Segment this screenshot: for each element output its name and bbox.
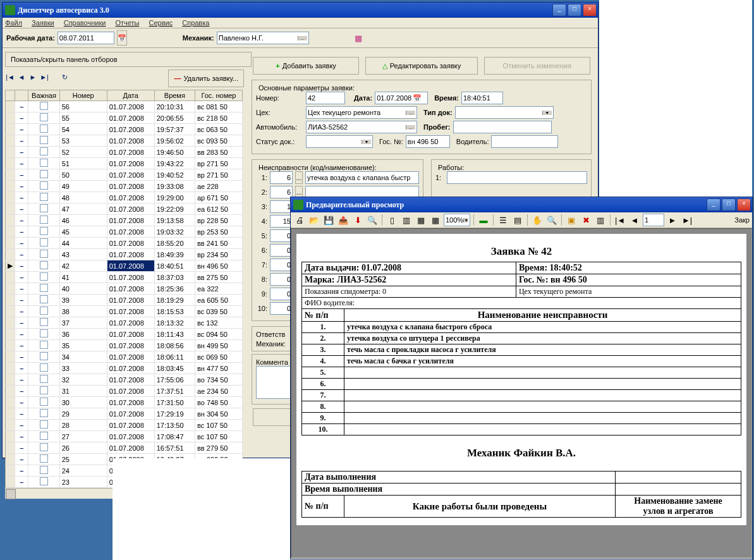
- pdf-icon[interactable]: ⬇: [351, 214, 364, 226]
- menu-help[interactable]: Справка: [182, 19, 209, 27]
- menu-refs[interactable]: Справочники: [64, 19, 106, 27]
- open-icon[interactable]: 📂: [308, 214, 320, 226]
- table-row[interactable]: –4401.07.200818:55:20вв 241 50: [6, 238, 243, 249]
- table-row[interactable]: –5201.07.200819:46:50вв 283 50: [6, 147, 243, 158]
- refresh-icon[interactable]: ↻: [59, 73, 70, 83]
- preview-viewport[interactable]: Заявка № 42 Дата выдачи: 01.07.2008Время…: [291, 228, 752, 558]
- work-input[interactable]: [447, 171, 587, 184]
- fault-code-input[interactable]: 0: [270, 302, 293, 315]
- col-num[interactable]: Номер: [59, 90, 107, 101]
- close-text-button[interactable]: Закр: [734, 216, 750, 224]
- menu-requests[interactable]: Заявки: [32, 19, 54, 27]
- status-input[interactable]: ▼: [306, 135, 373, 148]
- table-row[interactable]: –3801.07.200818:15:53вс 039 50: [6, 306, 243, 317]
- main-titlebar[interactable]: Диспетчер автосервиса 3.0 _ □ ×: [3, 3, 598, 18]
- nav-first-icon[interactable]: |◄: [614, 214, 626, 226]
- driver-input[interactable]: [491, 135, 558, 148]
- table-row[interactable]: –4501.07.200819:03:32вр 253 50: [6, 226, 243, 238]
- close-button[interactable]: ×: [737, 198, 751, 211]
- menu-service[interactable]: Сервис: [149, 19, 173, 27]
- table-row[interactable]: –3301.07.200818:03:45вн 477 50: [6, 363, 243, 374]
- table-row[interactable]: –5601.07.200820:10:31вс 081 50: [6, 101, 243, 113]
- table-row[interactable]: ▶–4201.07.200818:40:51вн 496 50: [6, 260, 243, 272]
- workdate-input[interactable]: 08.07.2011: [58, 32, 114, 44]
- mechanic-input[interactable]: Павленко Н.Г....: [217, 32, 309, 44]
- edit-request-button[interactable]: △Редактировать заявку: [365, 57, 478, 75]
- gos-input[interactable]: вн 496 50: [406, 135, 450, 148]
- table-row[interactable]: –5401.07.200819:57:37вс 063 50: [6, 124, 243, 135]
- tree-icon[interactable]: ☰: [497, 214, 509, 226]
- fault-code-input[interactable]: 1: [270, 200, 293, 213]
- add-request-button[interactable]: +Добавить заявку: [253, 57, 359, 75]
- table-row[interactable]: –3701.07.200818:13:32вс 132: [6, 317, 243, 329]
- dropdown-icon[interactable]: ▼: [362, 140, 371, 144]
- table-row[interactable]: –3101.07.200817:37:51ае 234 50: [6, 386, 243, 397]
- fault-pick-button[interactable]: ...: [295, 171, 303, 184]
- table-row[interactable]: –3001.07.200817:31:50во 748 50: [6, 397, 243, 408]
- table-row[interactable]: –2701.07.200817:08:47вс 107 50: [6, 431, 243, 442]
- calendar-icon[interactable]: 📅: [117, 30, 127, 46]
- menu-reports[interactable]: Отчеты: [115, 19, 139, 27]
- print-icon[interactable]: 🖨: [293, 214, 306, 226]
- zoom-input[interactable]: 100%▼: [444, 214, 470, 226]
- menu-file[interactable]: Файл: [5, 19, 22, 27]
- delete-request-button[interactable]: —Удалить заявку...: [168, 70, 244, 87]
- settings-icon[interactable]: ▥: [594, 214, 607, 226]
- car-input[interactable]: ЛИАЗ-52562...: [306, 121, 417, 133]
- fault-code-input[interactable]: 15: [270, 215, 293, 228]
- date-input[interactable]: 01.07.2008📅: [375, 92, 428, 104]
- thumb-icon[interactable]: ▤: [511, 214, 524, 226]
- table-row[interactable]: –4101.07.200818:37:03вв 275 50: [6, 272, 243, 283]
- table-row[interactable]: –5001.07.200819:40:52вр 271 50: [6, 169, 243, 181]
- maximize-button[interactable]: □: [722, 198, 736, 211]
- nav-next-icon[interactable]: ►: [666, 214, 679, 226]
- shop-input[interactable]: Цех текущего ремонта...: [306, 106, 417, 119]
- mechanic-pick-icon[interactable]: ...: [298, 36, 307, 40]
- fault-code-input[interactable]: 0: [270, 244, 293, 257]
- minimize-button[interactable]: _: [552, 4, 566, 16]
- color-icon[interactable]: ▬: [477, 214, 490, 226]
- table-row[interactable]: –4601.07.200819:13:58вр 228 50: [6, 215, 243, 226]
- find-icon[interactable]: 🔍: [366, 214, 379, 226]
- nav-prev-icon[interactable]: ◄: [16, 73, 27, 83]
- toolbar-icon-1[interactable]: ▦: [352, 32, 365, 44]
- table-row[interactable]: –2901.07.200817:29:19вн 304 50: [6, 408, 243, 420]
- requests-grid[interactable]: Важная Номер Дата Время Гос. номер –5601…: [5, 90, 243, 488]
- zoom-icon[interactable]: 🔍: [545, 214, 558, 226]
- doctype-input[interactable]: ▼: [455, 106, 554, 119]
- fullscreen-icon[interactable]: ▣: [565, 214, 578, 226]
- table-row[interactable]: –3401.07.200818:06:11вс 069 50: [6, 351, 243, 363]
- col-date[interactable]: Дата: [107, 90, 154, 101]
- table-row[interactable]: –5101.07.200819:43:22вр 271 50: [6, 158, 243, 169]
- nav-prev-icon[interactable]: ◄: [628, 214, 641, 226]
- table-row[interactable]: –2601.07.200816:57:51вв 279 50: [6, 442, 243, 454]
- fault-code-input[interactable]: 6: [270, 171, 293, 184]
- nav-next-icon[interactable]: ►: [28, 73, 38, 83]
- minimize-button[interactable]: _: [707, 198, 721, 211]
- hand-icon[interactable]: ✋: [531, 214, 544, 226]
- nav-last-icon[interactable]: ►|: [681, 214, 693, 226]
- maximize-button[interactable]: □: [568, 4, 581, 16]
- table-row[interactable]: –3601.07.200818:11:43вс 094 50: [6, 329, 243, 340]
- fault-code-input[interactable]: 0: [270, 288, 293, 300]
- x-icon[interactable]: ✖: [580, 214, 592, 226]
- nav-last-icon[interactable]: ►|: [39, 73, 49, 83]
- table-row[interactable]: –4001.07.200818:25:36еа 322: [6, 283, 243, 295]
- export-icon[interactable]: 📤: [337, 214, 350, 226]
- calendar-icon[interactable]: 📅: [413, 94, 422, 102]
- time-input[interactable]: 18:40:51: [461, 92, 503, 104]
- grid-icon[interactable]: ▦: [415, 214, 427, 226]
- mileage-input[interactable]: [453, 121, 552, 133]
- col-time[interactable]: Время: [154, 90, 195, 101]
- dropdown-icon[interactable]: ▼: [542, 111, 552, 115]
- fault-code-input[interactable]: 0: [270, 259, 293, 271]
- page-icon[interactable]: ▯: [386, 214, 398, 226]
- preview-titlebar[interactable]: Предварительный просмотр _ □ ×: [291, 197, 752, 212]
- col-gos[interactable]: Гос. номер: [195, 90, 242, 101]
- pick-icon[interactable]: ...: [406, 125, 415, 130]
- table-row[interactable]: –2801.07.200817:13:50вс 107 50: [6, 420, 243, 431]
- fault-code-input[interactable]: 0: [270, 273, 293, 286]
- toggle-filter-panel[interactable]: Показать/скрыть панель отборов: [5, 52, 252, 67]
- table-row[interactable]: –4901.07.200819:33:08ае 228: [6, 181, 243, 192]
- table-row[interactable]: –5501.07.200820:06:55вс 218 50: [6, 113, 243, 124]
